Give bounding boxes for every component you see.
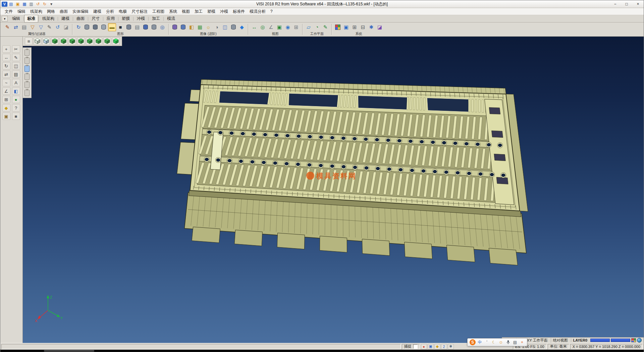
menu-item-编辑[interactable]: 编辑 xyxy=(15,8,28,15)
close-button[interactable]: × xyxy=(632,0,644,8)
sketch-icon[interactable]: ✎ xyxy=(12,54,20,61)
view-menu-icon[interactable]: ≡ xyxy=(25,37,33,45)
menu-item-标准件[interactable]: 标准件 xyxy=(230,8,247,15)
workplane-edit-icon[interactable]: ✎ xyxy=(321,23,329,31)
view-cube-left-icon[interactable] xyxy=(51,37,59,45)
view-cube-wire-icon[interactable] xyxy=(42,37,50,45)
ime-moon-icon[interactable]: ☾ xyxy=(491,339,497,345)
adv-material-icon[interactable]: ◧ xyxy=(187,23,196,31)
view-cube-right-icon[interactable] xyxy=(60,37,67,45)
shading-mode-icon[interactable]: ▬ xyxy=(108,23,116,31)
menu-item-?[interactable]: ? xyxy=(268,8,275,14)
db-small-icon[interactable] xyxy=(125,23,133,31)
ime-logo[interactable]: S xyxy=(470,339,476,345)
adv-texture-icon[interactable]: ▦ xyxy=(196,23,204,31)
status-help-icon[interactable]: 2 xyxy=(441,344,447,349)
view-cube-top-icon[interactable] xyxy=(68,37,76,45)
menu-item-模流分析[interactable]: 模流分析 xyxy=(247,8,268,15)
move-icon[interactable]: ↔ xyxy=(2,54,10,61)
save-icon[interactable]: ▦ xyxy=(21,1,28,7)
db-zoom-icon[interactable]: ◎ xyxy=(158,23,166,31)
menu-item-实体编辑[interactable]: 实体编辑 xyxy=(70,8,91,15)
visi-logo[interactable]: V xyxy=(2,2,7,7)
tab-标准[interactable]: 标准 xyxy=(24,15,38,23)
layer-color-bar-2[interactable] xyxy=(611,339,630,342)
menu-item-文件[interactable]: 文件 xyxy=(2,8,15,15)
view-mode-button[interactable]: 绝对视图 xyxy=(551,338,570,343)
menu-item-加工[interactable]: 加工 xyxy=(192,8,205,15)
menu-item-网格[interactable]: 网格 xyxy=(45,8,57,15)
db-hidden-icon[interactable] xyxy=(100,23,108,31)
filter-elements-icon[interactable]: ▽ xyxy=(29,23,37,31)
status-print-icon[interactable]: ▣ xyxy=(428,344,434,349)
text-icon[interactable]: A xyxy=(12,79,20,86)
snapshot-icon[interactable]: ▣ xyxy=(2,113,10,120)
menu-item-塑模[interactable]: 塑模 xyxy=(205,8,218,15)
menu-item-线架构[interactable]: 线架构 xyxy=(28,8,45,15)
view-cube-bottom-icon[interactable] xyxy=(77,37,85,45)
sys-keypad-icon[interactable]: ⊟ xyxy=(359,23,367,31)
tab-尺寸[interactable]: 尺寸 xyxy=(89,15,103,23)
layer-indicator[interactable]: LAYER0 xyxy=(571,338,589,342)
menu-item-尺寸标注[interactable]: 尺寸标注 xyxy=(129,8,150,15)
split-icon[interactable]: ◫ xyxy=(12,62,20,70)
viewport[interactable]: 模具资料网ZXY ≡ ◉ ◎ 修剪 XY 工作平面 绝对视图 LAYER0 xyxy=(23,37,644,343)
view-cube-shaded-icon[interactable] xyxy=(112,37,120,45)
adv-section-icon[interactable]: ◫ xyxy=(221,23,229,31)
tab-加工[interactable]: 加工 xyxy=(149,15,163,23)
view-cube-white-icon[interactable] xyxy=(34,37,41,45)
globe-icon[interactable] xyxy=(637,338,642,343)
status-pointer-icon[interactable]: ● xyxy=(421,344,427,349)
clipboard-icon-3[interactable] xyxy=(24,65,30,72)
eraser-icon[interactable]: ◪ xyxy=(62,23,70,31)
sys-palette-icon[interactable] xyxy=(334,23,342,31)
menu-item-建模[interactable]: 建模 xyxy=(91,8,104,15)
view-cube-iso-icon[interactable] xyxy=(103,37,111,45)
layer-stack-icon[interactable]: ▤ xyxy=(133,23,141,31)
view-cube-front-icon[interactable] xyxy=(86,37,94,45)
minimize-button[interactable]: − xyxy=(609,0,621,8)
workplane-rotate-icon[interactable]: ◔ xyxy=(313,23,321,31)
tab-编辑[interactable]: 编辑 xyxy=(9,15,23,23)
attribute-edit-icon[interactable]: ✎ xyxy=(3,23,11,31)
view-pan-icon[interactable]: ↔ xyxy=(250,23,258,31)
trim-icon[interactable]: ✂ xyxy=(12,45,20,53)
color-swatch-icon[interactable] xyxy=(631,338,636,342)
menu-item-分析[interactable]: 分析 xyxy=(104,8,116,15)
swatch-icon[interactable]: ◆ xyxy=(2,104,10,112)
db-blue-icon[interactable] xyxy=(142,23,150,31)
ime-mode-chinese[interactable]: 中 xyxy=(477,339,483,345)
clipboard-icon-2[interactable] xyxy=(24,57,30,64)
ime-toolbox-icon[interactable]: + xyxy=(519,339,525,345)
ime-keyboard-icon[interactable]: ▤ xyxy=(512,339,518,345)
redo-icon[interactable]: ↻ xyxy=(42,1,48,7)
menu-item-曲面[interactable]: 曲面 xyxy=(57,8,70,15)
adv-gem-icon[interactable]: ◆ xyxy=(238,23,246,31)
info-icon[interactable]: ● xyxy=(12,96,20,103)
sys-calculator-icon[interactable]: ⊞ xyxy=(351,23,359,31)
toolbar-options-icon[interactable]: ▾ xyxy=(48,1,54,7)
viewport-canvas[interactable]: 模具资料网ZXY xyxy=(23,37,644,343)
maximize-button[interactable]: □ xyxy=(621,0,632,8)
tab-曲面[interactable]: 曲面 xyxy=(73,15,88,23)
db-wireframe-icon[interactable] xyxy=(83,23,91,31)
tab-线架构[interactable]: 线架构 xyxy=(39,15,57,23)
filter-edit-icon[interactable]: ▽ xyxy=(37,23,45,31)
status-gear-icon[interactable]: ✱ xyxy=(448,344,454,349)
measure-icon[interactable]: ∠ xyxy=(2,87,10,95)
redraw-icon[interactable]: ↻ xyxy=(74,23,83,31)
clipboard-icon-6[interactable] xyxy=(24,90,30,96)
rotate-icon[interactable]: ↻ xyxy=(2,62,10,70)
open-file-icon[interactable]: ▣ xyxy=(15,1,21,7)
tab-应用[interactable]: 应用 xyxy=(104,15,118,23)
adv-db-pencil-icon[interactable] xyxy=(229,23,237,31)
tab-建模[interactable]: 建模 xyxy=(58,15,72,23)
view-grid-icon[interactable]: ⊞ xyxy=(292,23,300,31)
sys-monitor-icon[interactable]: ▣ xyxy=(342,23,350,31)
tab-dropdown-button[interactable]: ▾ xyxy=(2,16,8,21)
menu-item-电极[interactable]: 电极 xyxy=(116,8,129,15)
ime-mic-icon[interactable] xyxy=(505,339,511,345)
paint-icon[interactable]: ◧ xyxy=(12,87,20,95)
db-view-icon[interactable] xyxy=(150,23,158,31)
sys-options-icon[interactable]: ✱ xyxy=(367,23,375,31)
